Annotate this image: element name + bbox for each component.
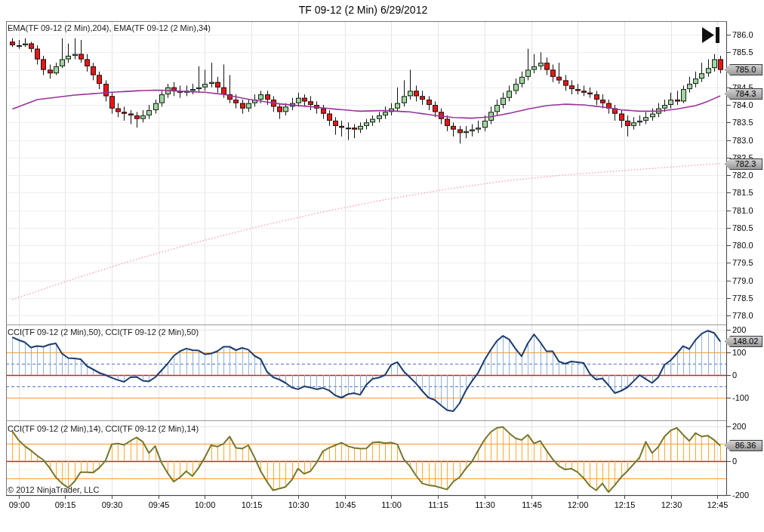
last-price-marker: 785.0 [725, 64, 762, 75]
cci14-panel-label: CCI(TF 09-12 (2 Min),14), CCI(TF 09-12 (… [8, 424, 199, 433]
cci50-value-marker: 148.02 [725, 336, 762, 347]
ema204-price-marker: 782.3 [725, 158, 762, 170]
cci50-panel-label: CCI(TF 09-12 (2 Min),50), CCI(TF 09-12 (… [8, 328, 199, 337]
chart-window: TF 09-12 (2 Min) 6/29/2012 EMA(TF 09-12 … [0, 0, 764, 532]
chart-title: TF 09-12 (2 Min) 6/29/2012 [0, 4, 726, 16]
price-panel-label: EMA(TF 09-12 (2 Min),204), EMA(TF 09-12 … [8, 23, 211, 32]
ema34-price-marker: 784.3 [725, 88, 762, 100]
copyright-notice: © 2012 NinjaTrader, LLC [8, 485, 99, 494]
go-to-end-icon[interactable] [701, 27, 722, 43]
chart-canvas [0, 0, 764, 532]
cci14-value-marker: 86.36 [725, 440, 762, 451]
